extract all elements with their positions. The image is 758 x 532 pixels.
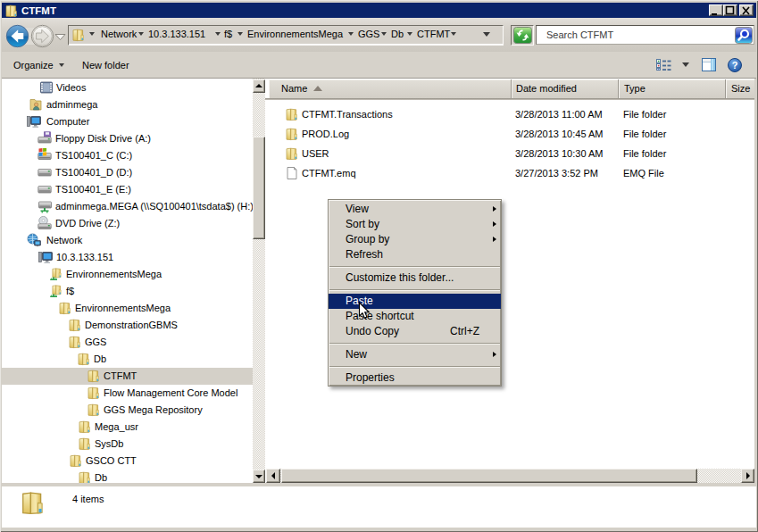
- svg-text:?: ?: [732, 60, 738, 71]
